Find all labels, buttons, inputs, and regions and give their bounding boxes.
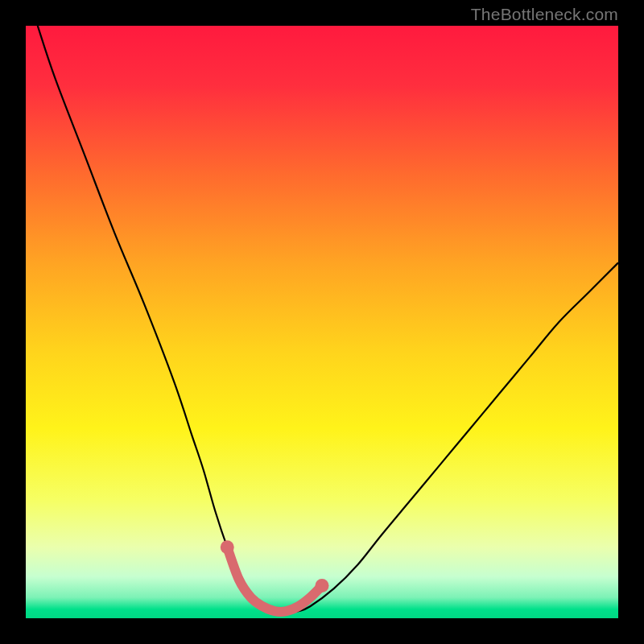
chart-svg [26,26,618,618]
watermark-label: TheBottleneck.com [471,5,618,24]
chart-frame: TheBottleneck.com [0,0,644,644]
plot-area [26,26,618,618]
svg-point-1 [316,579,329,592]
gradient-background [26,26,618,618]
svg-point-0 [221,540,234,554]
